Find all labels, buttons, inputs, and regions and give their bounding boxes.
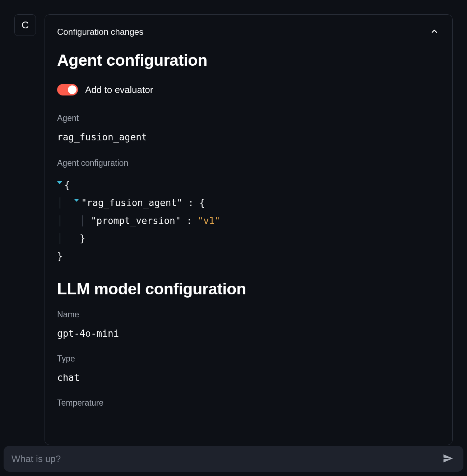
avatar-letter: C (22, 19, 29, 31)
json-colon: : (182, 197, 199, 208)
json-key: "prompt_version" (91, 215, 181, 226)
json-brace: { (199, 197, 205, 208)
send-icon (443, 459, 453, 465)
chat-input[interactable] (11, 453, 440, 465)
collapse-button[interactable] (429, 25, 440, 38)
indent-guide: │ (57, 197, 74, 208)
send-button[interactable] (440, 451, 456, 467)
agent-field-value: rag_fusion_agent (57, 132, 440, 143)
llm-name-label: Name (57, 310, 440, 319)
json-line: │ "rag_fusion_agent" : { (57, 194, 440, 212)
llm-name-value: gpt-4o-mini (57, 328, 440, 339)
json-line: } (57, 248, 440, 265)
llm-section-title: LLM model configuration (57, 280, 440, 298)
llm-type-value: chat (57, 372, 440, 383)
fold-icon[interactable] (74, 199, 79, 202)
add-to-evaluator-toggle[interactable] (57, 84, 78, 95)
indent-guide: │ │ (57, 215, 91, 226)
indent-guide: │ (57, 233, 80, 244)
evaluator-toggle-label: Add to evaluator (85, 84, 153, 95)
json-string: "v1" (198, 215, 220, 226)
agent-config-json: { │ "rag_fusion_agent" : { │ │ "prompt_v… (57, 177, 440, 265)
json-line: │ } (57, 230, 440, 247)
agent-section-title: Agent configuration (57, 51, 440, 70)
fold-icon[interactable] (57, 181, 62, 184)
config-panel: Configuration changes Agent configuratio… (45, 14, 453, 445)
json-brace: } (57, 251, 63, 262)
json-brace: { (64, 180, 70, 191)
panel-header-title: Configuration changes (57, 27, 143, 37)
llm-temperature-label: Temperature (57, 398, 440, 408)
json-colon: : (181, 215, 198, 226)
agent-field-label: Agent (57, 113, 440, 123)
agent-config-label: Agent configuration (57, 158, 440, 168)
chat-input-bar (4, 446, 463, 472)
panel-header: Configuration changes (57, 25, 440, 38)
json-line: { (57, 177, 440, 194)
chevron-up-icon (430, 31, 439, 37)
llm-type-label: Type (57, 354, 440, 364)
json-brace: } (80, 233, 85, 244)
json-key: "rag_fusion_agent" (81, 197, 182, 208)
page-root: C Configuration changes Agent configurat… (0, 0, 467, 476)
avatar: C (14, 14, 36, 36)
toggle-knob (68, 85, 77, 94)
json-line: │ │ "prompt_version" : "v1" (57, 212, 440, 230)
evaluator-toggle-row: Add to evaluator (57, 84, 440, 95)
